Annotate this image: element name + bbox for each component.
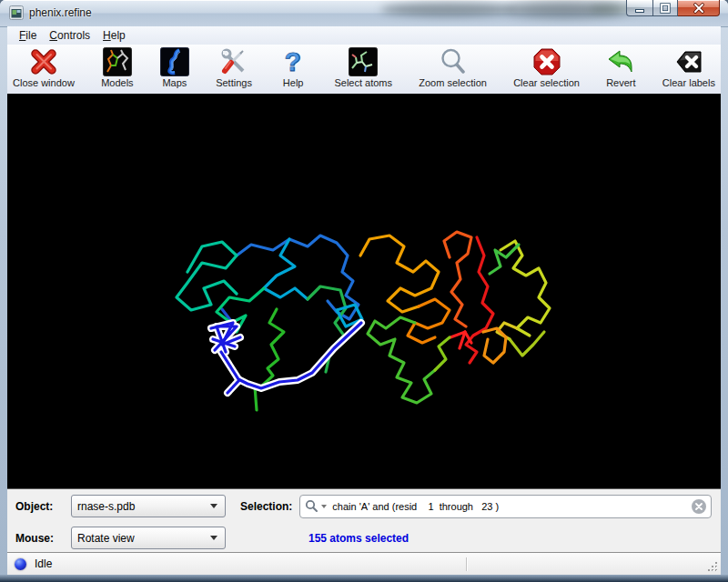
toolbar-clear-labels[interactable]: Clear labels — [662, 47, 715, 88]
toolbar-revert[interactable]: Revert — [606, 47, 635, 88]
toolbar-label: Models — [101, 77, 133, 88]
clear-search-x-icon — [695, 503, 703, 510]
toolbar: Close window Models — [7, 45, 721, 94]
object-dropdown-value: rnase-s.pdb — [77, 500, 210, 513]
chevron-down-icon — [210, 536, 217, 540]
toolbar-label: Settings — [216, 77, 252, 88]
app-icon — [9, 5, 24, 20]
close-icon — [693, 3, 705, 14]
app-window: phenix.refine File Controls Help — [0, 0, 728, 582]
toolbar-models[interactable]: Models — [101, 47, 133, 88]
maximize-icon — [660, 3, 671, 14]
toolbar-zoom-selection[interactable]: Zoom selection — [419, 47, 487, 88]
toolbar-settings[interactable]: Settings — [216, 47, 252, 88]
toolbar-label: Maps — [162, 77, 187, 88]
help-icon: ? ? — [278, 47, 308, 76]
mouse-mode-dropdown[interactable]: Rotate view — [71, 527, 226, 549]
close-button[interactable] — [678, 0, 720, 16]
zoom-selection-icon — [439, 47, 468, 76]
toolbar-close-window[interactable]: Close window — [13, 47, 75, 88]
menubar: File Controls Help — [7, 26, 721, 45]
glass-reflection — [506, 2, 622, 17]
toolbar-maps[interactable]: Maps — [160, 47, 189, 88]
status-idle-icon — [15, 558, 26, 570]
status-separator — [466, 557, 468, 571]
glass-reflection — [380, 3, 517, 16]
selection-label: Selection: — [240, 500, 292, 513]
toolbar-label: Revert — [606, 77, 635, 88]
clear-selection-icon — [532, 47, 561, 76]
minimize-icon — [634, 3, 645, 14]
toolbar-label: Clear labels — [662, 77, 715, 88]
toolbar-label: Select atoms — [334, 77, 392, 88]
atoms-selected-status: 155 atoms selected — [308, 532, 409, 545]
client-area: File Controls Help Close window — [7, 26, 721, 575]
toolbar-label: Close window — [13, 77, 75, 88]
window-frame-bottom — [0, 575, 728, 582]
molecule-viewport[interactable] — [7, 94, 721, 488]
maximize-button[interactable] — [652, 0, 678, 16]
search-options-caret-icon[interactable] — [321, 505, 327, 508]
chevron-down-icon — [210, 504, 217, 508]
selection-search-box — [299, 495, 712, 518]
window-title: phenix.refine — [29, 6, 92, 19]
menu-file[interactable]: File — [13, 27, 43, 44]
menu-controls[interactable]: Controls — [43, 27, 96, 44]
toolbar-select-atoms[interactable]: Select atoms — [334, 47, 392, 88]
close-window-icon — [29, 47, 58, 76]
maps-icon — [160, 47, 189, 76]
toolbar-clear-selection[interactable]: Clear selection — [513, 47, 580, 88]
object-dropdown[interactable]: rnase-s.pdb — [71, 495, 226, 517]
select-atoms-icon — [349, 47, 378, 76]
controls-panel: Object: rnase-s.pdb Selection: — [7, 488, 721, 552]
mouse-mode-value: Rotate view — [77, 532, 210, 545]
toolbar-label: Zoom selection — [419, 77, 487, 88]
object-label: Object: — [15, 500, 71, 513]
models-icon — [103, 47, 132, 76]
search-icon[interactable] — [305, 499, 318, 513]
mouse-label: Mouse: — [15, 532, 71, 545]
svg-text:?: ? — [285, 47, 300, 75]
molecule-svg — [7, 94, 721, 488]
clear-search-button[interactable] — [692, 499, 706, 514]
selection-input[interactable] — [330, 500, 692, 513]
status-text: Idle — [35, 557, 52, 570]
menu-help[interactable]: Help — [96, 27, 132, 44]
clear-labels-icon — [674, 47, 703, 76]
minimize-button[interactable] — [626, 0, 652, 16]
status-bar: Idle — [7, 552, 721, 575]
revert-icon — [606, 47, 635, 76]
titlebar[interactable]: phenix.refine — [0, 0, 728, 27]
settings-icon — [219, 47, 248, 76]
toolbar-label: Help — [283, 77, 304, 88]
toolbar-label: Clear selection — [513, 77, 580, 88]
toolbar-help[interactable]: ? ? Help — [278, 47, 308, 88]
window-controls — [626, 0, 720, 16]
resize-grip[interactable] — [707, 561, 719, 573]
